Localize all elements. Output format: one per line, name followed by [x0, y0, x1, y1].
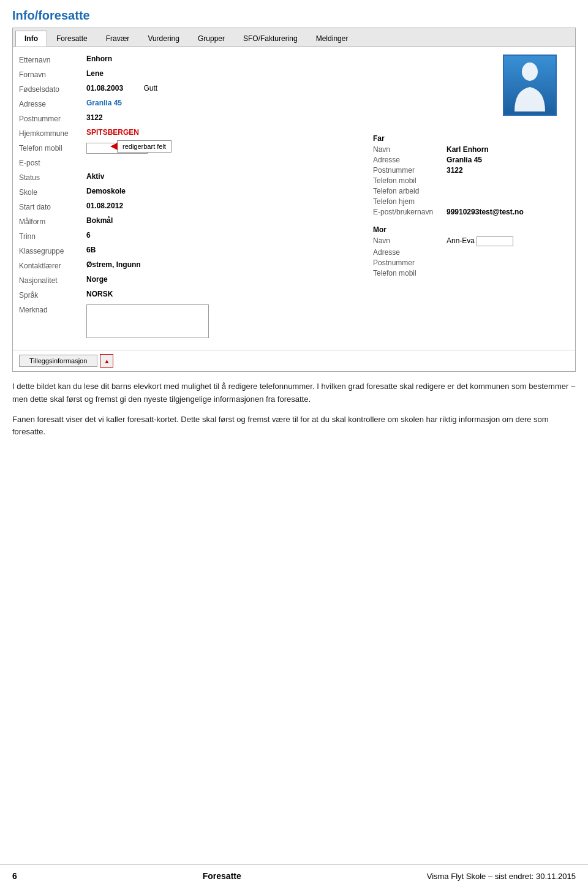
mor-title: Mor — [373, 225, 569, 234]
merknad-value — [86, 304, 367, 340]
svg-point-0 — [522, 62, 538, 81]
adresse-label: Adresse — [19, 99, 86, 108]
far-epost-row: E-post/brukernavn 99910293test@test.no — [373, 208, 569, 216]
hjemkommune-row: Hjemkommune SPITSBERGEN — [19, 128, 367, 140]
etternavn-label: Etternavn — [19, 55, 86, 64]
adresse-row: Adresse Granlia 45 — [19, 99, 367, 111]
far-adresse-label: Adresse — [373, 156, 447, 164]
telefon-row: Telefon mobil redigerbart felt — [19, 143, 367, 155]
malform-label: Målform — [19, 216, 86, 226]
body-text-container: I dette bildet kan du lese dit barns ele… — [0, 372, 588, 447]
tab-foresatte[interactable]: Foresatte — [47, 31, 97, 47]
epost-label: E-post — [19, 157, 86, 167]
fodselsdato-row: Fødselsdato 01.08.2003 Gutt — [19, 84, 367, 96]
epost-row: E-post — [19, 157, 367, 170]
trinn-row: Trinn 6 — [19, 231, 367, 243]
mor-postnummer-label: Postnummer — [373, 259, 447, 267]
status-value: Aktiv — [86, 172, 367, 181]
callout-text: redigerbart felt — [123, 143, 166, 150]
malform-value: Bokmål — [86, 216, 367, 225]
footer: 6 Foresatte Visma Flyt Skole – sist endr… — [0, 864, 588, 887]
tab-bar: Info Foresatte Fravær Vurdering Grupper … — [13, 28, 575, 47]
postnummer-value: 3122 — [86, 113, 367, 122]
klassegruppe-label: Klassegruppe — [19, 246, 86, 255]
etternavn-row: Etternavn Enhorn — [19, 55, 367, 67]
mor-navn-text: Ann-Eva — [447, 236, 475, 245]
sprak-label: Språk — [19, 290, 86, 300]
far-navn-label: Navn — [373, 145, 447, 154]
far-telefon-mobil-label: Telefon mobil — [373, 176, 447, 185]
mor-navn-label: Navn — [373, 236, 447, 246]
tab-fravar[interactable]: Fravær — [97, 31, 139, 47]
far-adresse-row: Adresse Granlia 45 — [373, 156, 569, 164]
etternavn-value: Enhorn — [86, 55, 367, 63]
adresse-value: Granlia 45 — [86, 99, 367, 107]
tab-vurdering[interactable]: Vurdering — [138, 31, 189, 47]
startdato-value: 01.08.2012 — [86, 202, 367, 210]
mor-postnummer-row: Postnummer — [373, 259, 569, 267]
postnummer-row: Postnummer 3122 — [19, 113, 367, 126]
tab-meldinger[interactable]: Meldinger — [307, 31, 358, 47]
far-postnummer-value: 3122 — [447, 166, 463, 175]
startdato-row: Start dato 01.08.2012 — [19, 202, 367, 214]
far-postnummer-label: Postnummer — [373, 166, 447, 175]
fodselsdato-date: 01.08.2003 — [86, 84, 123, 92]
hjemkommune-label: Hjemkommune — [19, 128, 86, 138]
sprak-row: Språk NORSK — [19, 290, 367, 302]
malform-row: Målform Bokmål — [19, 216, 367, 228]
fornavn-row: Fornavn Lene — [19, 69, 367, 81]
page-title: Info/foresatte — [0, 0, 588, 28]
phone-wrapper: redigerbart felt — [86, 143, 148, 154]
kontaktlarer-label: Kontaktlærer — [19, 260, 86, 270]
postnummer-label: Postnummer — [19, 113, 86, 123]
merknad-textarea[interactable] — [86, 304, 209, 338]
tillegg-arrow-button[interactable]: ▲ — [100, 354, 113, 368]
skole-value: Demoskole — [86, 187, 367, 195]
klassegruppe-row: Klassegruppe 6B — [19, 246, 367, 258]
tab-sfo[interactable]: SFO/Fakturering — [234, 31, 307, 47]
startdato-label: Start dato — [19, 202, 86, 211]
sprak-value: NORSK — [86, 290, 367, 298]
body-paragraph-1: I dette bildet kan du lese dit barns ele… — [12, 380, 576, 406]
tillegg-bar: Tilleggsinformasjon ▲ — [13, 350, 575, 371]
left-column: Etternavn Enhorn Fornavn Lene Fødselsdat… — [19, 55, 367, 342]
fornavn-value: Lene — [86, 69, 367, 78]
status-row: Status Aktiv — [19, 172, 367, 184]
status-label: Status — [19, 172, 86, 182]
far-postnummer-row: Postnummer 3122 — [373, 166, 569, 175]
nasjonalitet-value: Norge — [86, 275, 367, 284]
mor-section: Mor Navn Ann-Eva Adresse Postnummer — [373, 221, 569, 279]
footer-version: Visma Flyt Skole – sist endret: 30.11.20… — [427, 872, 576, 881]
far-navn-row: Navn Karl Enhorn — [373, 145, 569, 154]
mor-adresse-row: Adresse — [373, 248, 569, 257]
fornavn-label: Fornavn — [19, 69, 86, 79]
far-epost-label: E-post/brukernavn — [373, 208, 447, 216]
far-title: Far — [373, 134, 569, 143]
far-navn-value: Karl Enhorn — [447, 145, 489, 154]
mor-adresse-label: Adresse — [373, 248, 447, 257]
far-telefon-hjem-label: Telefon hjem — [373, 197, 447, 206]
footer-title: Foresatte — [203, 871, 241, 881]
telefon-value: redigerbart felt — [86, 143, 367, 154]
merknad-row: Merknad — [19, 304, 367, 340]
mor-navn-row: Navn Ann-Eva — [373, 236, 569, 246]
tab-grupper[interactable]: Grupper — [189, 31, 234, 47]
fodselsdato-value: 01.08.2003 Gutt — [86, 84, 367, 92]
merknad-label: Merknad — [19, 304, 86, 314]
kontaktlarer-row: Kontaktlærer Østrem, Ingunn — [19, 260, 367, 273]
hjemkommune-value: SPITSBERGEN — [86, 128, 367, 137]
fodselsdato-label: Fødselsdato — [19, 84, 86, 94]
mor-telefon-row: Telefon mobil — [373, 269, 569, 277]
student-silhouette-icon — [511, 59, 548, 111]
tab-info[interactable]: Info — [15, 31, 47, 47]
footer-page-number: 6 — [12, 871, 17, 881]
trinn-label: Trinn — [19, 231, 86, 241]
mor-telefon-label: Telefon mobil — [373, 269, 447, 277]
skole-row: Skole Demoskole — [19, 187, 367, 199]
nasjonalitet-row: Nasjonalitet Norge — [19, 275, 367, 287]
klassegruppe-value: 6B — [86, 246, 367, 254]
telefon-label: Telefon mobil — [19, 143, 86, 153]
tillegg-button[interactable]: Tilleggsinformasjon — [19, 355, 97, 367]
mor-navn-input[interactable] — [477, 236, 513, 246]
skole-label: Skole — [19, 187, 86, 197]
